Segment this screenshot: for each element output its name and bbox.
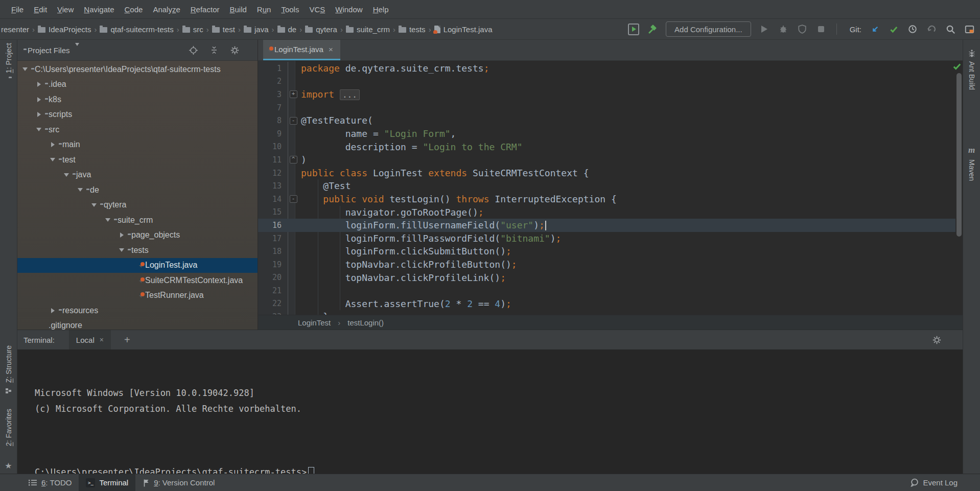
breadcrumb-class[interactable]: LoginTest: [298, 318, 331, 327]
code-line-18[interactable]: 18 loginForm.clickSubmitButton();: [258, 245, 955, 258]
terminal-settings-gear-icon[interactable]: [932, 336, 941, 344]
menu-item-help[interactable]: Help: [368, 5, 394, 14]
tree-item-page-objects[interactable]: page_objects: [17, 228, 258, 243]
tool-window-button-project[interactable]: 1: Project: [0, 43, 17, 78]
chevron-expanded-icon[interactable]: [48, 158, 57, 161]
statusbar-terminal[interactable]: >_ Terminal: [79, 474, 135, 491]
editor-scrollbar[interactable]: [955, 61, 963, 315]
tree-item-scripts[interactable]: scripts: [17, 107, 258, 123]
code-line-21[interactable]: 21: [258, 284, 955, 297]
tool-window-button-favorites[interactable]: 2: Favorites: [0, 409, 17, 446]
search-everywhere-icon[interactable]: [945, 24, 956, 35]
fold-marker-minus-icon[interactable]: -: [290, 195, 297, 203]
tree-item-de[interactable]: de: [17, 182, 258, 198]
menu-item-window[interactable]: Window: [330, 5, 367, 14]
breadcrumb-item-resenter[interactable]: resenter: [0, 25, 30, 34]
code-line-23[interactable]: 23 }: [258, 310, 955, 315]
terminal-output[interactable]: Microsoft Windows [Version 10.0.19042.92…: [17, 349, 963, 474]
run-context-icon[interactable]: [628, 24, 639, 35]
breadcrumb-item-de[interactable]: de: [276, 25, 298, 34]
menu-item-tools[interactable]: Tools: [276, 5, 304, 14]
tree-item-qytera[interactable]: qytera: [17, 198, 258, 213]
menu-item-navigate[interactable]: Navigate: [79, 5, 119, 14]
fold-marker-plus-icon[interactable]: +: [290, 90, 297, 98]
tree-item-suite-crm[interactable]: suite_crm: [17, 213, 258, 228]
tree-item-c-users-presenter-ideaprojects-qtaf-suitecrm-tests[interactable]: C:\Users\presenter\IdeaProjects\qtaf-sui…: [17, 62, 258, 77]
code-line-11[interactable]: 11^): [258, 153, 955, 167]
chevron-expanded-icon[interactable]: [103, 218, 112, 222]
code-line-7[interactable]: 7: [258, 101, 955, 114]
run-icon[interactable]: [759, 24, 770, 35]
locate-file-icon[interactable]: [189, 46, 198, 55]
new-session-icon[interactable]: +: [124, 330, 130, 349]
inspections-ok-icon[interactable]: [952, 62, 962, 71]
tree-item-suitecrmtestcontext-java[interactable]: SuiteCRMTestContext.java: [17, 273, 258, 288]
tree-item-idea[interactable]: .idea: [17, 77, 258, 92]
tree-item-resources[interactable]: resources: [17, 303, 258, 318]
git-commit-icon[interactable]: [888, 24, 899, 35]
coverage-icon[interactable]: [797, 24, 808, 35]
close-icon[interactable]: ×: [329, 45, 333, 54]
tree-item-k8s[interactable]: k8s: [17, 92, 258, 107]
tree-item-main[interactable]: main: [17, 137, 258, 153]
code-line-22[interactable]: 22 Assert.assertTrue(2 * 2 == 4);: [258, 297, 955, 311]
chevron-expanded-icon[interactable]: [76, 188, 85, 192]
chevron-expanded-icon[interactable]: [62, 173, 71, 177]
fold-marker-minus-icon[interactable]: -: [290, 117, 297, 125]
scrollbar-thumb[interactable]: [956, 73, 962, 237]
code-line-12[interactable]: 12public class LoginTest extends SuiteCR…: [258, 167, 955, 180]
menu-item-analyze[interactable]: Analyze: [148, 5, 185, 14]
code-line-17[interactable]: 17 loginForm.fillPasswordField("bitnami"…: [258, 232, 955, 245]
tree-item-gitignore[interactable]: .gitignore: [17, 318, 258, 330]
tool-windows-icon[interactable]: [964, 24, 975, 35]
code-line-8[interactable]: 8-@TestFeature(: [258, 114, 955, 127]
breadcrumb-item-logintest-java[interactable]: LoginTest.java: [433, 25, 494, 34]
tab-logintest-java[interactable]: LoginTest.java ×: [263, 40, 340, 60]
menu-item-refactor[interactable]: Refactor: [185, 5, 225, 14]
code-line-9[interactable]: 9 name = "Login Form",: [258, 127, 955, 141]
terminal-tab-local[interactable]: Local ×: [69, 330, 111, 349]
breadcrumb-item-java[interactable]: java: [243, 25, 270, 34]
code-line-16[interactable]: 16 loginForm.fillUsernameField("user");: [258, 219, 955, 232]
history-icon[interactable]: [907, 24, 918, 35]
breadcrumb-item-suite-crm[interactable]: suite_crm: [345, 25, 391, 34]
code-line-14[interactable]: 14- public void testLogin() throws Inter…: [258, 193, 955, 206]
menu-item-build[interactable]: Build: [224, 5, 251, 14]
chevron-down-icon[interactable]: [75, 46, 79, 55]
breadcrumb-item-qytera[interactable]: qytera: [304, 25, 338, 34]
tool-window-button-maven[interactable]: m Maven: [963, 145, 980, 181]
breadcrumb-item-ideaprojects[interactable]: IdeaProjects: [37, 25, 92, 34]
chevron-expanded-icon[interactable]: [89, 203, 99, 207]
code-editor[interactable]: 1package de.qytera.suite_crm.tests;23+im…: [258, 61, 963, 315]
tree-item-src[interactable]: src: [17, 122, 258, 137]
code-line-1[interactable]: 1package de.qytera.suite_crm.tests;: [258, 62, 955, 75]
code-line-10[interactable]: 10 description = "Login to the CRM": [258, 141, 955, 154]
chevron-collapsed-icon[interactable]: [117, 232, 126, 238]
statusbar-event-log[interactable]: Event Log: [910, 474, 958, 491]
git-update-icon[interactable]: [869, 24, 880, 35]
menu-item-file[interactable]: File: [6, 5, 29, 14]
terminal-prompt-line[interactable]: C:\Users\presenter\IdeaProjects\qtaf-sui…: [35, 464, 963, 474]
tree-item-java[interactable]: java: [17, 168, 258, 183]
run-configuration-select[interactable]: Add Configuration...: [666, 21, 751, 37]
code-line-15[interactable]: 15 navigator.goToRootPage();: [258, 206, 955, 219]
close-icon[interactable]: ×: [100, 336, 104, 344]
gear-icon[interactable]: [230, 46, 239, 55]
code-line-19[interactable]: 19 topNavbar.clickProfileButton();: [258, 258, 955, 271]
breadcrumb-item-qtaf-suitecrm-tests[interactable]: qtaf-suitecrm-tests: [99, 25, 174, 34]
breadcrumb-item-src[interactable]: src: [181, 25, 204, 34]
chevron-expanded-icon[interactable]: [34, 128, 43, 131]
menu-item-vcs[interactable]: VCS: [304, 5, 330, 14]
menu-item-code[interactable]: Code: [120, 5, 148, 14]
menu-item-run[interactable]: Run: [252, 5, 276, 14]
project-view-title[interactable]: Project Files: [28, 46, 70, 55]
tool-window-button-ant[interactable]: Ant Build: [963, 49, 980, 90]
chevron-expanded-icon[interactable]: [117, 248, 126, 252]
code-line-2[interactable]: 2: [258, 75, 955, 88]
code-line-13[interactable]: 13 @Test: [258, 179, 955, 193]
chevron-expanded-icon[interactable]: [20, 67, 30, 71]
chevron-collapsed-icon[interactable]: [34, 82, 43, 87]
fold-marker-end-icon[interactable]: ^: [290, 156, 297, 163]
breadcrumb-item-test[interactable]: test: [211, 25, 236, 34]
build-hammer-icon[interactable]: [647, 24, 658, 35]
